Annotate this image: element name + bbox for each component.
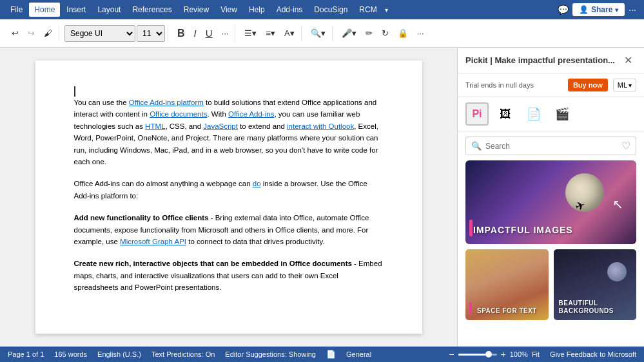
bold-button[interactable]: B [173,25,189,42]
general-label: General [346,350,371,358]
image-icon: 🖼 [500,108,511,121]
ml-label: ML [618,81,627,89]
pickit-sidebar: Pickit | Make impactful presentation... … [457,48,644,347]
undo-button[interactable]: ↩ [8,26,23,41]
menu-references[interactable]: References [127,3,177,17]
share-dropdown-icon: ▾ [615,6,618,14]
menu-help[interactable]: Help [244,3,270,17]
language[interactable]: English (U.S.) [97,350,141,358]
document-icon: 📄 [527,107,541,121]
tab-image-icon[interactable]: 🖼 [494,102,517,126]
editor-suggestions: Editor Suggestions: Showing [225,350,316,358]
document-area[interactable]: You can use the Office Add-ins platform … [0,48,457,347]
search-group: 🔍▾ [304,26,333,41]
bold-text-2: Create new rich, interactive objects tha… [74,260,352,267]
redo-button[interactable]: ↪ [24,26,39,41]
sensitivity-button[interactable]: 🔒 [394,26,412,41]
buy-now-button[interactable]: Buy now [568,79,608,91]
page-count[interactable]: Page 1 of 1 [8,350,44,358]
more-format-button[interactable]: ··· [218,26,233,41]
format-group: B I U ··· [171,25,235,42]
search-icon: 🔍 [471,141,482,151]
text-cursor [74,86,75,97]
menu-rcm[interactable]: RCM [354,3,382,17]
highlight-button[interactable]: A▾ [280,26,298,41]
zoom-slider[interactable] [458,354,497,356]
sidebar-header: Pickit | Make impactful presentation... … [458,48,644,73]
paragraph-1: You can use the Office Add-ins platform … [74,97,384,167]
menu-addins[interactable]: Add-ins [271,3,308,17]
thumb-accent [469,302,472,315]
tab-video-icon[interactable]: 🎬 [551,102,574,126]
bullets-button[interactable]: ☰▾ [240,26,260,41]
status-bar: Page 1 of 1 165 words English (U.S.) Tex… [0,347,644,362]
zoom-out-button[interactable]: − [449,349,454,359]
numbering-button[interactable]: ≡▾ [262,26,279,41]
font-size-select[interactable]: 11 [137,25,165,42]
text-predictions: Text Predictions: On [151,350,215,358]
tab-document-icon[interactable]: 📄 [522,102,545,126]
file-type-icon: 📄 [326,350,336,359]
share-button[interactable]: 👤 Share ▾ [572,3,625,16]
feedback-label[interactable]: Give Feedback to Microsoft [550,350,636,358]
format-painter-button[interactable]: 🖌 [40,26,56,41]
zoom-in-button[interactable]: + [501,349,506,359]
menu-view[interactable]: View [215,3,242,17]
favorites-button[interactable]: ♡ [621,140,630,152]
menu-docusign[interactable]: DocuSign [309,3,353,17]
menu-bar: File Home Insert Layout References Revie… [0,0,644,19]
sidebar-tabs: Pi 🖼 📄 🎬 [458,97,644,131]
zoom-slider-fill [458,354,485,356]
main-area: You can use the Office Add-ins platform … [0,48,644,347]
video-icon: 🎬 [555,107,569,121]
thumb-beautiful-bg: BEAUTIFUL BACKGROUNDS [554,249,637,320]
thumb-beautiful-label: BEAUTIFUL BACKGROUNDS [559,300,632,315]
featured-accent [469,220,473,236]
zoom-controls: − + 100% Fit [449,349,540,359]
thumb-beautiful-backgrounds[interactable]: BEAUTIFUL BACKGROUNDS [554,249,637,320]
menu-home[interactable]: Home [29,3,60,17]
thumb-space-for-text[interactable]: SPACE FOR TEXT [465,249,549,320]
underline-button[interactable]: U [202,25,217,41]
tab-pickit-icon[interactable]: Pi [465,102,489,126]
menu-insert[interactable]: Insert [61,3,91,17]
dictate-button[interactable]: 🎤▾ [338,26,360,41]
cursor-graphic: ↖ [612,196,623,212]
ml-dropdown-button[interactable]: ML ▾ [613,79,636,91]
paragraph-3: Add new functionality to Office clients … [74,212,384,247]
toolbar: ↩ ↪ 🖌 Segoe UI 11 B I U ··· ☰▾ ≡▾ A▾ 🔍▾ … [0,19,644,48]
zoom-level: 100% [510,350,528,358]
menu-layout[interactable]: Layout [92,3,126,17]
rcm-dropdown-icon[interactable]: ▾ [385,6,388,14]
menu-file[interactable]: File [5,3,28,17]
more-toolbar-button[interactable]: ··· [413,26,428,41]
ml-chevron-icon: ▾ [629,82,632,89]
sidebar-close-button[interactable]: ✕ [620,53,636,68]
more-menu-icon[interactable]: ··· [626,2,639,17]
thumbnails-row: SPACE FOR TEXT BEAUTIFUL BACKGROUNDS [465,249,636,320]
paragraph-group: ☰▾ ≡▾ A▾ [238,26,301,41]
font-family-select[interactable]: Segoe UI [64,25,135,42]
pickit-logo-icon: Pi [472,108,482,120]
comment-icon[interactable]: 💬 [555,2,571,17]
menu-review[interactable]: Review [179,3,214,17]
find-button[interactable]: 🔍▾ [307,26,329,41]
dictate-group: 🎤▾ ✏ ↻ 🔒 ··· [335,26,431,41]
undo-group: ↩ ↪ 🖌 [5,26,59,41]
zoom-slider-thumb [485,351,492,357]
share-person-icon: 👤 [579,5,589,14]
search-bar: 🔍 ♡ [465,137,636,155]
globe-graphic [607,262,627,281]
reuse-button[interactable]: ↻ [378,26,393,41]
word-count[interactable]: 165 words [54,350,87,358]
fit-label[interactable]: Fit [532,350,540,358]
thumb-space-bg: SPACE FOR TEXT [465,249,549,320]
editor-button[interactable]: ✏ [362,26,376,41]
document-page: You can use the Office Add-ins platform … [35,61,422,334]
paragraph-2: Office Add-ins can do almost anything a … [74,178,384,202]
paragraph-4: Create new rich, interactive objects tha… [74,258,384,293]
search-input[interactable] [485,142,618,151]
featured-image[interactable]: ✈ ↖ IMPACTFUL IMAGES [465,160,636,244]
italic-button[interactable]: I [190,25,200,41]
font-group: Segoe UI 11 [62,25,168,42]
